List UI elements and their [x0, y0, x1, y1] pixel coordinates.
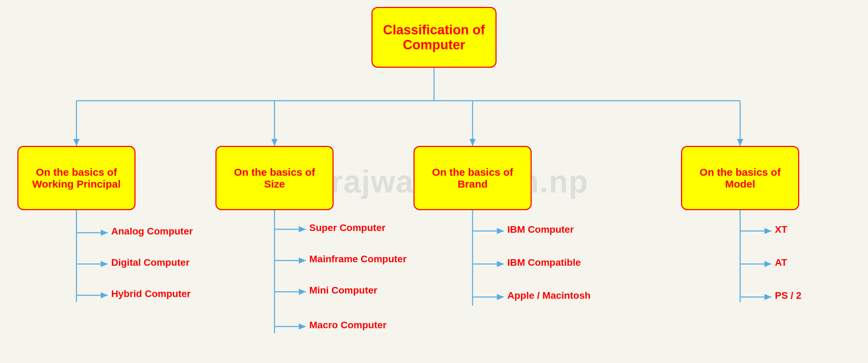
- svg-marker-14: [101, 261, 108, 267]
- leaf-brand-2: Apple / Macintosh: [507, 290, 591, 301]
- svg-marker-35: [764, 228, 771, 234]
- leaf-size-1: Mainframe Computer: [309, 254, 407, 265]
- svg-marker-21: [299, 257, 306, 264]
- svg-marker-30: [497, 261, 504, 267]
- svg-marker-37: [764, 261, 771, 267]
- leaf-size-3: Macro Computer: [309, 320, 386, 331]
- leaf-model-0: XT: [775, 224, 787, 235]
- svg-marker-9: [737, 139, 743, 146]
- node-size: On the basics of Size: [215, 146, 334, 210]
- svg-marker-7: [469, 139, 476, 146]
- node-brand: On the basics of Brand: [413, 146, 532, 210]
- svg-marker-19: [299, 226, 306, 232]
- svg-marker-3: [73, 139, 80, 146]
- svg-marker-39: [764, 294, 771, 300]
- leaf-wp-2: Hybrid Computer: [111, 288, 191, 299]
- svg-marker-28: [497, 228, 504, 234]
- diagram-container: @prajwalrai.com.np: [0, 0, 868, 363]
- node-root: Classification of Computer: [371, 7, 497, 68]
- leaf-model-2: PS / 2: [775, 290, 801, 301]
- leaf-size-2: Mini Computer: [309, 285, 377, 296]
- svg-marker-12: [101, 230, 108, 236]
- leaf-wp-1: Digital Computer: [111, 257, 190, 268]
- leaf-brand-0: IBM Computer: [507, 224, 574, 235]
- svg-marker-16: [101, 292, 108, 298]
- svg-marker-23: [299, 289, 306, 295]
- leaf-model-1: AT: [775, 257, 787, 268]
- leaf-brand-1: IBM Compatible: [507, 257, 581, 268]
- node-working-principal: On the basics of Working Principal: [17, 146, 136, 210]
- svg-marker-32: [497, 294, 504, 300]
- node-model: On the basics of Model: [681, 146, 799, 210]
- leaf-wp-0: Analog Computer: [111, 226, 193, 237]
- svg-marker-25: [299, 323, 306, 330]
- svg-marker-5: [271, 139, 278, 146]
- leaf-size-0: Super Computer: [309, 222, 385, 233]
